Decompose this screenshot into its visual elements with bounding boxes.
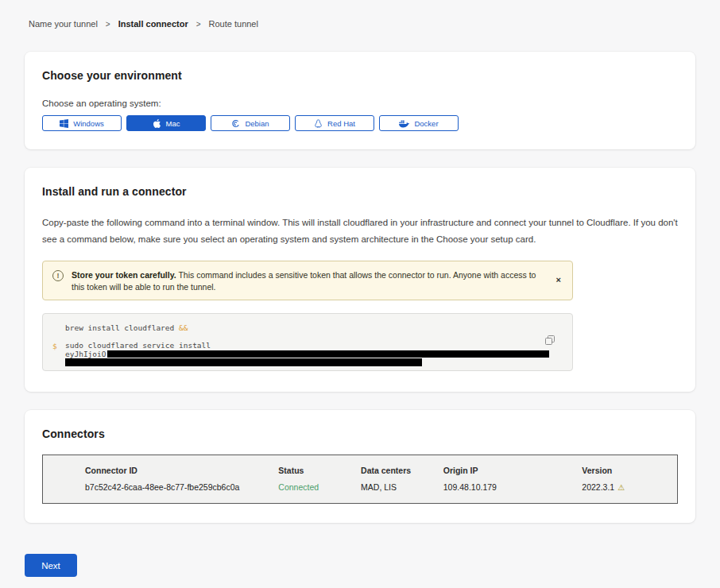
install-description: Copy-paste the following command into a … [42, 215, 678, 248]
windows-icon [60, 119, 68, 128]
token-prefix: eyJhIjoiO [65, 350, 106, 358]
token-line: eyJhIjoiO [65, 350, 572, 358]
status-badge: Connected [278, 482, 361, 492]
os-button-group: Windows Mac Debian Red Hat Docker [42, 115, 678, 131]
connectors-table: Connector ID Status Data centers Origin … [42, 455, 678, 504]
warning-text: Store your token carefully. This command… [72, 269, 540, 293]
token-warning-banner: ! Store your token carefully. This comma… [42, 261, 573, 300]
breadcrumb-item-name-your-tunnel[interactable]: Name your tunnel [29, 19, 98, 29]
os-button-label: Debian [245, 119, 269, 128]
table-row: b7c52c42-6caa-48ee-8c77-fbe259cb6c0a Con… [85, 482, 677, 492]
apple-icon [153, 119, 161, 128]
install-command-code-block: brew install cloudflared && $ sudo cloud… [42, 313, 573, 371]
copy-command-button[interactable] [545, 335, 555, 347]
code-operator: && [179, 323, 188, 332]
os-button-docker[interactable]: Docker [379, 115, 459, 131]
redaction-bar [65, 358, 422, 366]
connector-id-value: b7c52c42-6caa-48ee-8c77-fbe259cb6c0a [85, 482, 278, 492]
os-button-debian[interactable]: Debian [211, 115, 290, 131]
warning-close-button[interactable]: × [553, 274, 564, 286]
column-header-connector-id: Connector ID [85, 466, 278, 475]
column-header-origin-ip: Origin IP [443, 466, 583, 475]
environment-card-title: Choose your environment [42, 69, 678, 82]
connectors-card-title: Connectors [42, 427, 678, 440]
column-header-data-centers: Data centers [361, 466, 443, 475]
connectors-table-header: Connector ID Status Data centers Origin … [85, 466, 677, 475]
os-select-label: Choose an operating system: [42, 99, 678, 108]
redaction-bar [107, 350, 549, 358]
install-card-title: Install and run a connector [42, 185, 678, 198]
docker-icon [399, 119, 409, 128]
shell-prompt: $ [52, 342, 57, 350]
choose-environment-card: Choose your environment Choose an operat… [25, 52, 695, 149]
breadcrumb-separator: > [106, 20, 110, 29]
os-button-label: Red Hat [327, 119, 355, 128]
breadcrumb: Name your tunnel > Install connector > R… [0, 0, 720, 29]
version-value: 2022.3.1⚠ [582, 482, 677, 492]
os-button-label: Mac [166, 119, 180, 128]
os-button-mac[interactable]: Mac [126, 115, 206, 131]
warning-bold-text: Store your token carefully. [72, 270, 176, 280]
tux-icon [314, 119, 323, 128]
column-header-version: Version [582, 466, 677, 475]
install-connector-card: Install and run a connector Copy-paste t… [25, 168, 695, 392]
code-line-1: brew install cloudflared && [65, 323, 572, 332]
origin-ip-value: 109.48.10.179 [443, 482, 583, 492]
breadcrumb-item-route-tunnel[interactable]: Route tunnel [209, 19, 258, 29]
os-button-label: Docker [414, 119, 438, 128]
breadcrumb-separator: > [196, 20, 201, 29]
code-line-2: sudo cloudflared service install [65, 341, 572, 350]
copy-icon [545, 335, 555, 347]
os-button-windows[interactable]: Windows [42, 115, 122, 131]
data-centers-value: MAD, LIS [361, 482, 443, 492]
alert-circle-icon: ! [52, 270, 64, 281]
os-button-label: Windows [73, 119, 104, 128]
column-header-status: Status [278, 466, 361, 475]
debian-icon [231, 119, 240, 128]
os-button-redhat[interactable]: Red Hat [295, 115, 374, 131]
version-warning-icon: ⚠ [617, 483, 625, 492]
next-button[interactable]: Next [25, 554, 77, 577]
connectors-card: Connectors Connector ID Status Data cent… [25, 410, 695, 523]
breadcrumb-item-install-connector[interactable]: Install connector [118, 19, 188, 29]
